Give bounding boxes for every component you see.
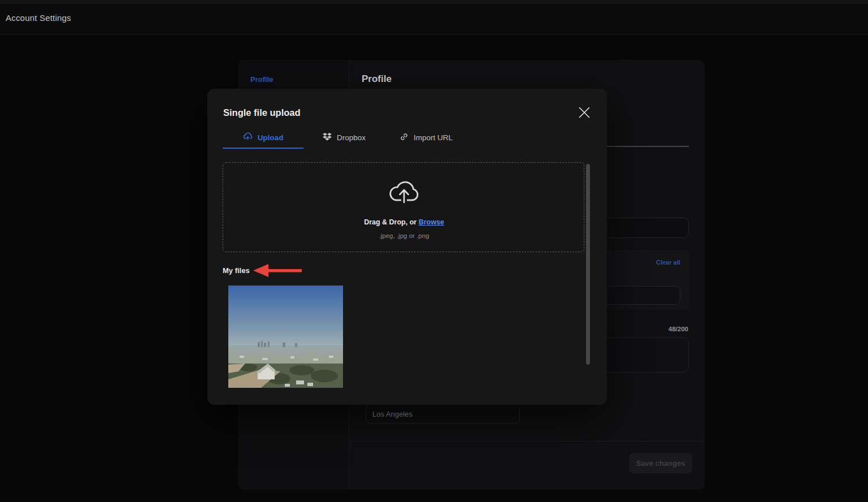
accepted-formats-text: .jpeg, .jpg or .png — [223, 232, 585, 239]
page-title: Account Settings — [6, 13, 71, 23]
tab-upload[interactable]: Upload — [223, 128, 303, 146]
active-tab-indicator — [223, 148, 303, 149]
single-file-upload-modal: Single file upload Upload — [207, 89, 607, 405]
sidebar-item-profile[interactable]: Profile — [250, 75, 273, 84]
dropzone-instruction: Drag & Drop, or Browse — [223, 218, 585, 226]
close-button[interactable] — [576, 105, 592, 121]
modal-title: Single file upload — [223, 107, 301, 118]
close-icon — [577, 105, 592, 122]
uploaded-file-thumbnail[interactable] — [228, 285, 343, 388]
save-changes-button[interactable]: Save changes — [629, 453, 692, 473]
dropzone-instruction-text: Drag & Drop, or — [364, 218, 416, 226]
tab-upload-label: Upload — [258, 133, 284, 142]
dropbox-icon — [323, 133, 332, 142]
cloud-upload-large-icon — [387, 178, 422, 208]
clear-all-link[interactable]: Clear all — [656, 259, 680, 266]
tab-dropbox[interactable]: Dropbox — [323, 128, 366, 146]
tab-dropbox-label: Dropbox — [337, 133, 366, 142]
top-bar: Account Settings — [0, 0, 868, 34]
my-files-label: My files — [223, 266, 250, 275]
upload-source-tabs: Upload Dropbox — [207, 128, 607, 149]
link-icon — [400, 132, 409, 143]
annotation-arrow-icon — [253, 263, 302, 281]
card-footer-divider — [349, 441, 705, 442]
city-input[interactable] — [366, 404, 520, 423]
character-counter: 48/200 — [661, 326, 688, 332]
browse-link[interactable]: Browse — [419, 218, 444, 226]
modal-scrollbar-thumb[interactable] — [586, 164, 590, 365]
cloud-upload-icon — [243, 132, 253, 143]
tab-import-url-label: Import URL — [414, 133, 453, 142]
file-dropzone[interactable]: Drag & Drop, or Browse .jpeg, .jpg or .p… — [223, 162, 584, 252]
tab-import-url[interactable]: Import URL — [400, 128, 453, 146]
profile-section-heading: Profile — [362, 73, 392, 85]
